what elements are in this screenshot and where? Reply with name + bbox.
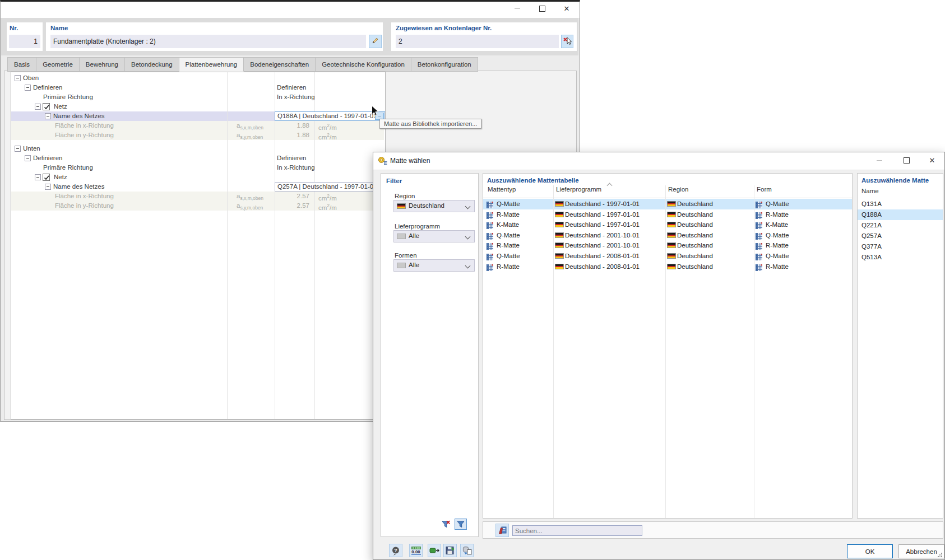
nr-card: Nr. xyxy=(7,22,43,51)
filter-dropdown-region[interactable]: Deutschland xyxy=(393,200,475,212)
germany-flag-icon xyxy=(555,232,564,238)
units-decimal-icon[interactable]: 0.00 xyxy=(409,544,423,557)
close-icon[interactable]: ✕ xyxy=(557,2,576,15)
mesh-icon xyxy=(756,264,762,274)
tab-basis[interactable]: Basis xyxy=(7,57,36,72)
tree-row[interactable]: DefinierenDefinieren xyxy=(11,83,384,92)
table-cell: R-Matte xyxy=(497,209,520,220)
collapse-icon[interactable] xyxy=(15,146,21,152)
nr-field[interactable] xyxy=(9,35,40,48)
mesh-combo-cell[interactable]: Q188A | Deutschland - 1997-01-01... xyxy=(275,111,385,121)
collapse-icon[interactable] xyxy=(15,75,21,81)
collapse-icon[interactable] xyxy=(35,174,41,180)
list-item[interactable]: Q188A xyxy=(858,209,943,220)
tree-row[interactable]: DefinierenDefinieren xyxy=(11,153,384,163)
import-icon[interactable] xyxy=(428,544,441,557)
table-cell: Deutschland xyxy=(677,262,713,272)
assigned-nodes-field[interactable] xyxy=(396,35,559,48)
dialog-title: Matte wählen xyxy=(390,157,430,165)
table-row[interactable]: R-MatteDeutschland - 2001-10-01Deutschla… xyxy=(483,240,852,251)
tree-row[interactable]: Netz xyxy=(11,102,384,111)
filter-dropdown-formen[interactable]: Alle xyxy=(393,259,475,272)
filter-dropdown-lieferprogramm[interactable]: Alle xyxy=(393,230,475,242)
dialog-minimize-icon[interactable] xyxy=(870,153,889,167)
select-nodes-button[interactable] xyxy=(561,35,573,48)
column-header-region[interactable]: Region xyxy=(668,186,688,193)
tree-row[interactable]: Primäre RichtungIn x-Richtung xyxy=(11,92,384,102)
tab-betonkonfiguration[interactable]: Betonkonfiguration xyxy=(411,57,478,72)
resize-grip[interactable] xyxy=(937,552,943,558)
ok-button[interactable]: OK xyxy=(847,544,893,558)
mesh-table-panel: Auszuwählende Mattentabelle MattentypLie… xyxy=(483,173,853,519)
filter-icon[interactable] xyxy=(455,519,467,530)
column-header-mattentyp[interactable]: Mattentyp xyxy=(488,186,516,193)
collapse-icon[interactable] xyxy=(45,113,51,119)
tree-row-label: Fläche in y-Richtung xyxy=(55,201,114,211)
mesh-icon xyxy=(487,264,493,271)
table-row[interactable]: R-MatteDeutschland - 2008-01-01Deutschla… xyxy=(483,262,852,272)
rename-button[interactable] xyxy=(369,35,382,48)
maximize-icon[interactable] xyxy=(532,2,552,15)
collapse-icon[interactable] xyxy=(35,104,41,110)
tab-betondeckung[interactable]: Betondeckung xyxy=(125,57,179,72)
tree-row[interactable]: Unten xyxy=(11,144,384,153)
tree-row-value: Definieren xyxy=(277,153,306,163)
tree-row: Fläche in x-Richtungas,x,m,oben1.88cm2/m xyxy=(11,121,384,130)
name-field[interactable] xyxy=(50,35,366,48)
dialog-titlebar[interactable]: Matte wählen ✕ xyxy=(373,152,944,170)
tree-row[interactable]: Netz xyxy=(11,172,384,182)
tree-row[interactable]: Oben xyxy=(11,73,384,83)
list-item[interactable]: Q221A xyxy=(858,220,943,231)
column-header-lieferprogramm[interactable]: Lieferprogramm xyxy=(556,186,601,193)
germany-flag-icon xyxy=(667,222,676,227)
collapse-icon[interactable] xyxy=(25,85,31,91)
dialog-close-icon[interactable]: ✕ xyxy=(923,153,942,167)
mesh-icon xyxy=(487,254,493,260)
clear-filter-icon[interactable] xyxy=(440,519,452,530)
germany-flag-icon xyxy=(555,253,564,259)
table-row[interactable]: Q-MatteDeutschland - 2008-01-01Deutschla… xyxy=(483,251,852,262)
value-number: 2.57 xyxy=(276,201,309,211)
germany-flag-icon xyxy=(555,232,564,238)
dropdown-value: Alle xyxy=(409,232,419,239)
mesh-icon xyxy=(756,212,762,219)
database-copy-icon[interactable] xyxy=(460,544,474,557)
dialog-maximize-icon[interactable] xyxy=(897,153,916,167)
netz-checkbox[interactable] xyxy=(43,103,50,110)
tree-row[interactable]: Name des NetzesQ188A | Deutschland - 199… xyxy=(11,111,384,121)
tree-row[interactable]: Primäre RichtungIn x-Richtung xyxy=(11,163,384,172)
tab-bodeneigenschaften[interactable]: Bodeneigenschaften xyxy=(244,57,316,72)
list-item[interactable]: Q513A xyxy=(858,252,943,263)
mesh-icon xyxy=(487,233,493,240)
tab-bewehrung[interactable]: Bewehrung xyxy=(80,57,125,72)
netz-checkbox[interactable] xyxy=(43,174,50,181)
filter-header: Filter xyxy=(386,178,402,184)
search-input[interactable] xyxy=(512,525,642,536)
table-cell: Deutschland - 1997-01-01 xyxy=(565,220,640,230)
tab-geotechnische-konfiguration[interactable]: Geotechnische Konfiguration xyxy=(316,57,411,72)
list-item[interactable]: Q377A xyxy=(858,241,943,252)
all-swatch-icon xyxy=(397,263,406,268)
list-item[interactable]: Q257A xyxy=(858,231,943,241)
collapse-icon[interactable] xyxy=(25,155,31,161)
value-number: 1.88 xyxy=(276,121,309,130)
collapse-icon[interactable] xyxy=(45,184,51,190)
tab-geometrie[interactable]: Geometrie xyxy=(36,57,80,72)
filter-label-region: Region xyxy=(395,193,415,199)
help-icon[interactable]: ? xyxy=(389,544,402,557)
list-item[interactable]: Q131A xyxy=(858,199,943,209)
tree-row[interactable]: Name des NetzesQ257A | Deutschland - 199… xyxy=(11,182,384,192)
tree-row-label: Name des Netzes xyxy=(53,111,104,121)
mesh-combo-cell[interactable]: Q257A | Deutschland - 1997-01-01 xyxy=(275,182,385,192)
direct-input-icon[interactable] xyxy=(495,524,509,537)
tree-row-label: Primäre Richtung xyxy=(43,92,93,102)
minimize-icon[interactable] xyxy=(508,2,527,15)
save-icon[interactable] xyxy=(443,544,457,557)
tab-plattenbewehrung[interactable]: Plattenbewehrung xyxy=(179,57,244,72)
table-row[interactable]: Q-MatteDeutschland - 1997-01-01Deutschla… xyxy=(483,199,852,209)
table-row[interactable]: R-MatteDeutschland - 1997-01-01Deutschla… xyxy=(483,209,852,220)
column-header-form[interactable]: Form xyxy=(757,186,772,193)
table-row[interactable]: Q-MatteDeutschland - 2001-10-01Deutschla… xyxy=(483,230,852,241)
table-row[interactable]: K-MatteDeutschland - 1997-01-01Deutschla… xyxy=(483,220,852,230)
main-titlebar[interactable]: ✕ xyxy=(1,2,580,18)
